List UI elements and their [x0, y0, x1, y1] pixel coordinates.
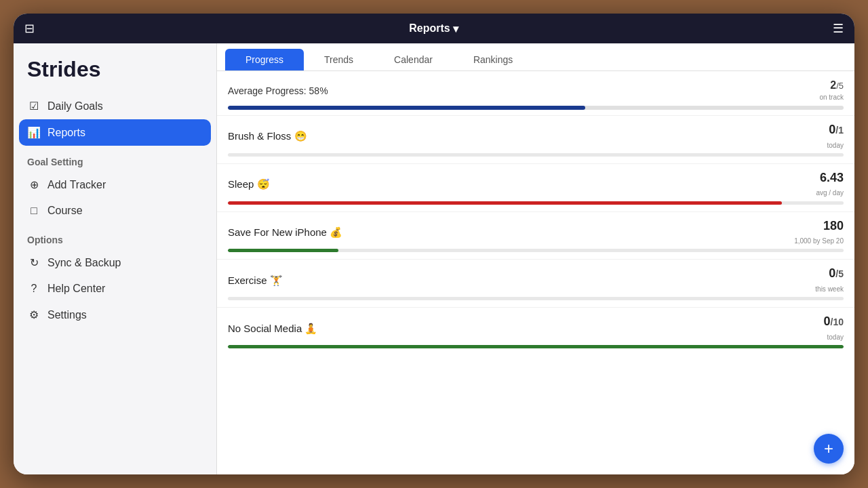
goal-bar-fill-save-iphone	[228, 249, 338, 252]
goal-value-main-save-iphone: 180	[823, 219, 844, 232]
options-section-label: Options	[14, 224, 216, 249]
average-progress-row: Average Progress: 58% 2/5 on track	[217, 71, 854, 104]
fab-add-button[interactable]: +	[814, 434, 844, 464]
avg-progress-sub: on track	[819, 94, 844, 101]
goal-value-sub-save-iphone: 1,000 by Sep 20	[794, 237, 844, 245]
goal-name-no-social-media: No Social Media 🧘	[228, 323, 317, 335]
goal-bar-track-save-iphone	[228, 249, 844, 252]
goal-bar-sleep	[228, 201, 844, 209]
goal-value-main-sleep: 6.43	[820, 171, 844, 184]
checkbox-icon: ☑	[27, 100, 41, 113]
sidebar: Strides ☑ Daily Goals 📊 Reports Goal Set…	[14, 43, 217, 474]
tab-calendar[interactable]: Calendar	[374, 49, 453, 70]
sidebar-item-sync-backup[interactable]: ↻ Sync & Backup	[14, 249, 216, 276]
chart-icon: 📊	[27, 126, 41, 139]
course-icon: □	[27, 205, 41, 217]
goal-bar-track-no-social-media	[228, 345, 844, 348]
goal-bar-brush-floss	[228, 153, 844, 161]
goal-value-sleep: 6.43 avg / day	[816, 171, 844, 199]
goal-value-sub-exercise: this week	[815, 285, 844, 293]
course-label: Course	[47, 205, 83, 217]
goal-name-save-iphone: Save For New iPhone 💰	[228, 226, 342, 239]
goal-value-main-brush-floss: 0/1	[829, 123, 844, 136]
goal-bar-track-brush-floss	[228, 153, 844, 157]
goal-bar-fill-sleep	[228, 201, 782, 205]
goal-value-brush-floss: 0/1 today	[827, 123, 844, 150]
reports-label: Reports	[47, 127, 85, 139]
settings-label: Settings	[47, 309, 87, 321]
menu-icon[interactable]: ☰	[833, 21, 844, 36]
goal-value-save-iphone: 180 1,000 by Sep 20	[794, 219, 844, 247]
tab-rankings[interactable]: Rankings	[453, 49, 533, 70]
tab-trends[interactable]: Trends	[304, 49, 374, 70]
avg-progress-value: 2/5 on track	[819, 79, 844, 102]
sidebar-item-course[interactable]: □ Course	[14, 198, 216, 224]
goal-value-main-no-social-media: 0/10	[824, 314, 844, 328]
goal-name-sleep: Sleep 😴	[228, 178, 270, 190]
sidebar-toggle-icon[interactable]: ⊟	[24, 21, 35, 36]
goal-bar-exercise	[228, 297, 844, 304]
sidebar-item-reports[interactable]: 📊 Reports	[19, 119, 211, 146]
sync-icon: ↻	[27, 256, 41, 269]
goal-row-sleep: Sleep 😴 6.43 avg / day	[217, 163, 854, 211]
avg-progress-denom: /5	[836, 81, 844, 91]
goal-row-save-iphone: Save For New iPhone 💰 180 1,000 by Sep 2…	[217, 211, 854, 260]
settings-icon: ⚙	[27, 308, 41, 321]
goal-bar-track-sleep	[228, 201, 844, 205]
goal-value-exercise: 0/5 this week	[815, 266, 844, 294]
goal-setting-section-label: Goal Setting	[14, 146, 216, 171]
sidebar-item-settings[interactable]: ⚙ Settings	[14, 302, 216, 328]
goal-bar-track-exercise	[228, 297, 844, 300]
add-tracker-label: Add Tracker	[47, 179, 106, 191]
help-center-label: Help Center	[47, 283, 105, 295]
top-bar-title[interactable]: Reports ▾	[409, 22, 458, 35]
goal-row-brush-floss: Brush & Floss 😁 0/1 today	[217, 115, 854, 163]
avg-progress-bar-fill	[228, 106, 585, 110]
goal-name-exercise: Exercise 🏋	[228, 274, 283, 287]
avg-progress-bar-container	[217, 104, 854, 115]
top-bar: ⊟ Reports ▾ ☰	[14, 14, 854, 43]
avg-progress-main: 2	[830, 79, 836, 91]
sidebar-item-add-tracker[interactable]: ⊕ Add Tracker	[14, 171, 216, 198]
help-icon: ?	[27, 283, 41, 295]
goal-bar-no-social-media	[228, 345, 844, 352]
goal-row-no-social-media: No Social Media 🧘 0/10 today	[217, 307, 854, 355]
goal-value-no-social-media: 0/10 today	[824, 314, 844, 342]
goal-bar-fill-no-social-media	[228, 345, 844, 348]
tab-progress[interactable]: Progress	[225, 49, 304, 70]
avg-progress-bar-track	[228, 106, 844, 110]
sidebar-item-help-center[interactable]: ? Help Center	[14, 276, 216, 302]
reports-content: Average Progress: 58% 2/5 on track Brush…	[217, 71, 854, 474]
goal-rows-container: Brush & Floss 😁 0/1 today Sleep 😴 6.43 a…	[217, 115, 854, 355]
goal-value-sub-no-social-media: today	[827, 333, 844, 341]
avg-progress-label: Average Progress: 58%	[228, 85, 328, 96]
goal-value-main-exercise: 0/5	[829, 266, 844, 280]
daily-goals-label: Daily Goals	[47, 100, 103, 113]
reports-title-label: Reports	[409, 22, 450, 35]
tab-bar: Progress Trends Calendar Rankings	[217, 43, 854, 71]
app-title: Strides	[14, 57, 216, 93]
sidebar-item-daily-goals[interactable]: ☑ Daily Goals	[14, 93, 216, 119]
goal-value-sub-sleep: avg / day	[816, 189, 844, 197]
sync-backup-label: Sync & Backup	[47, 257, 121, 269]
goal-value-sub-brush-floss: today	[827, 142, 844, 149]
reports-dropdown-icon[interactable]: ▾	[453, 22, 458, 35]
goal-bar-save-iphone	[228, 249, 844, 256]
right-panel: Progress Trends Calendar Rankings Averag…	[217, 43, 854, 474]
goal-row-exercise: Exercise 🏋 0/5 this week	[217, 259, 854, 307]
main-content: Strides ☑ Daily Goals 📊 Reports Goal Set…	[14, 43, 854, 474]
goal-name-brush-floss: Brush & Floss 😁	[228, 130, 307, 142]
add-icon: ⊕	[27, 178, 41, 191]
